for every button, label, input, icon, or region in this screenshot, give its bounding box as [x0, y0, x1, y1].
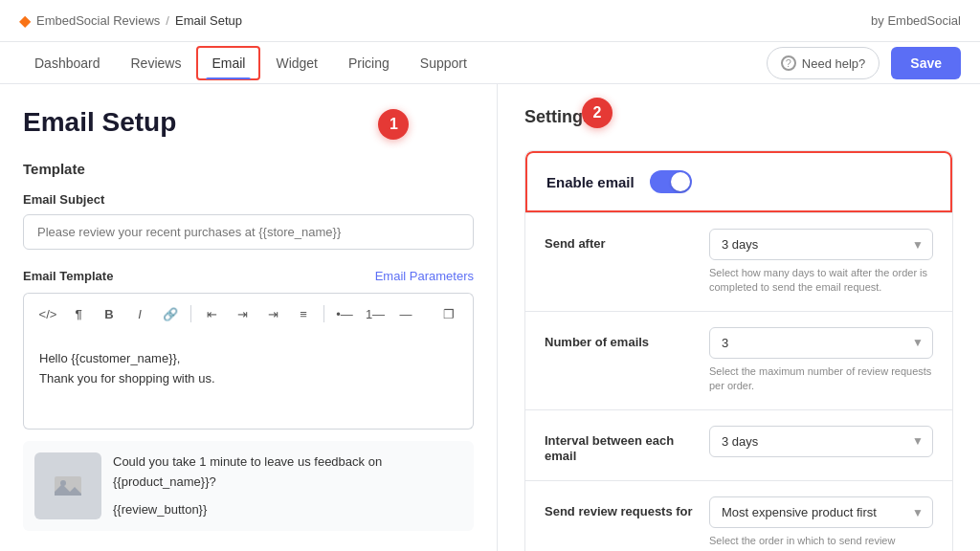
toolbar-justify-btn[interactable]: ≡ [291, 301, 316, 326]
enable-email-toggle[interactable] [650, 170, 692, 193]
help-icon: ? [781, 55, 796, 71]
send-after-select[interactable]: 3 days 1 day 2 days 5 days 7 days 14 day… [709, 229, 933, 260]
topbar: ◆ EmbedSocial Reviews / Email Setup by E… [0, 0, 980, 42]
send-after-select-wrapper: 3 days 1 day 2 days 5 days 7 days 14 day… [709, 229, 933, 260]
interval-right: 3 days 1 day 2 days 5 days 7 days ▼ [709, 426, 933, 463]
settings-card: Enable email Send after 3 days 1 day 2 d… [524, 150, 953, 551]
logo-icon: ◆ [19, 11, 31, 30]
editor-toolbar: </> ¶ B I 🔗 ⇤ ⇥ ⇥ ≡ •— 1— — ❐ [23, 293, 474, 334]
send-review-right: Most expensive product first Least expen… [709, 496, 933, 551]
settings-title: Settings 2 [524, 107, 953, 127]
toolbar-list-ol-btn[interactable]: 1— [363, 301, 388, 326]
toolbar-divider-1 [190, 305, 191, 322]
send-review-select-wrapper: Most expensive product first Least expen… [709, 496, 933, 528]
brand-by: by EmbedSocial [871, 13, 961, 28]
send-review-label: Send review requests for [545, 496, 698, 520]
breadcrumb-page: Email Setup [175, 13, 242, 28]
preview-line2: {{product_name}}? [113, 473, 382, 493]
topbar-right: by EmbedSocial [871, 13, 961, 28]
template-section-title: Template [23, 161, 474, 177]
interval-row: Interval between each email 3 days 1 day… [525, 410, 952, 481]
number-emails-row: Number of emails 3 1 2 4 5 ▼ Select the … [525, 312, 952, 409]
send-after-label: Send after [545, 229, 698, 253]
email-template-label: Email Template [23, 269, 113, 283]
number-emails-select[interactable]: 3 1 2 4 5 [709, 327, 933, 359]
editor-body[interactable]: Hello {{customer_name}}, Thank you for s… [23, 334, 474, 430]
number-emails-right: 3 1 2 4 5 ▼ Select the maximum number of… [709, 327, 933, 394]
save-button[interactable]: Save [891, 47, 961, 79]
editor-line2: Thank you for shopping with us. [39, 369, 457, 389]
left-panel: Email Setup Template Email Subject Email… [0, 84, 498, 551]
email-subject-label: Email Subject [23, 192, 474, 207]
topbar-left: ◆ EmbedSocial Reviews / Email Setup [19, 11, 242, 30]
preview-line1: Could you take 1 minute to leave us feed… [113, 452, 382, 473]
annotation-2: 2 [582, 98, 612, 128]
page-content: Email Setup Template Email Subject Email… [0, 84, 980, 551]
toolbar-align-left-btn[interactable]: ⇤ [199, 301, 224, 326]
toolbar-para-btn[interactable]: ¶ [66, 301, 91, 326]
nav-item-reviews[interactable]: Reviews [116, 44, 197, 82]
toolbar-divider-2 [323, 305, 324, 322]
send-review-row: Send review requests for Most expensive … [525, 481, 952, 551]
send-review-select[interactable]: Most expensive product first Least expen… [709, 496, 933, 528]
send-after-help: Select how many days to wait after the o… [709, 266, 933, 296]
nav-item-dashboard[interactable]: Dashboard [19, 44, 116, 82]
email-subject-input[interactable] [23, 214, 474, 250]
help-button[interactable]: ? Need help? [767, 47, 880, 79]
number-emails-help: Select the maximum number of review requ… [709, 364, 933, 394]
template-header: Email Template Email Parameters [23, 269, 474, 283]
enable-email-label: Enable email [546, 174, 635, 190]
nav-item-widget[interactable]: Widget [260, 44, 333, 82]
interval-select[interactable]: 3 days 1 day 2 days 5 days 7 days [709, 426, 933, 457]
preview-product-image [34, 452, 101, 519]
nav-item-support[interactable]: Support [405, 44, 482, 82]
toolbar-align-center-btn[interactable]: ⇥ [230, 301, 255, 326]
editor-line1: Hello {{customer_name}}, [39, 349, 457, 369]
annotation-1: 1 [378, 109, 409, 140]
breadcrumb-separator: / [166, 13, 169, 28]
interval-label: Interval between each email [545, 426, 698, 466]
enable-email-row: Enable email [525, 151, 952, 212]
number-emails-select-wrapper: 3 1 2 4 5 ▼ [709, 327, 933, 359]
preview-line3: {{review_button}} [113, 500, 382, 520]
preview-content: Could you take 1 minute to leave us feed… [113, 452, 382, 519]
number-emails-label: Number of emails [545, 327, 698, 351]
interval-select-wrapper: 3 days 1 day 2 days 5 days 7 days ▼ [709, 426, 933, 457]
toolbar-italic-btn[interactable]: I [127, 301, 152, 326]
toolbar-list-ul-btn[interactable]: •— [332, 301, 357, 326]
right-panel: Settings 2 Enable email Send after 3 day… [498, 84, 980, 551]
toolbar-bold-btn[interactable]: B [97, 301, 122, 326]
toolbar-link-btn[interactable]: 🔗 [158, 301, 183, 326]
toolbar-align-right-btn[interactable]: ⇥ [260, 301, 285, 326]
email-params-link[interactable]: Email Parameters [375, 269, 474, 283]
send-review-help: Select the order in which to send review… [709, 534, 933, 551]
nav-item-pricing[interactable]: Pricing [333, 44, 405, 82]
nav-item-email[interactable]: Email 1 [196, 46, 260, 80]
nav: Dashboard Reviews Email 1 Widget Pricing… [0, 42, 980, 84]
app-brand: EmbedSocial Reviews [36, 13, 160, 28]
email-preview: Could you take 1 minute to leave us feed… [23, 441, 474, 531]
toolbar-code-btn[interactable]: </> [35, 301, 60, 326]
send-after-right: 3 days 1 day 2 days 5 days 7 days 14 day… [709, 229, 933, 296]
toolbar-fullscreen-btn[interactable]: ❐ [436, 301, 461, 326]
toolbar-hr-btn[interactable]: — [393, 301, 418, 326]
send-after-row: Send after 3 days 1 day 2 days 5 days 7 … [525, 213, 952, 311]
